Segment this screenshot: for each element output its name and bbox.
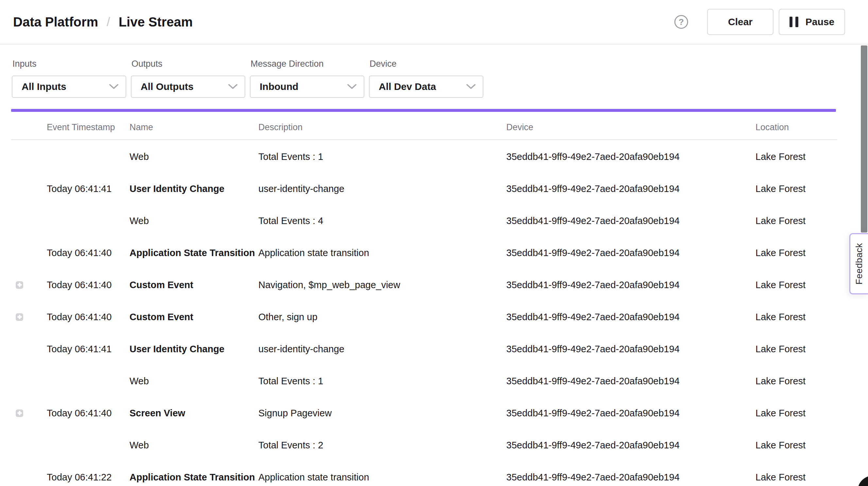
chat-widget-bubble[interactable] — [858, 476, 868, 486]
event-description-cell: Total Events : 4 — [258, 215, 506, 226]
filter-device-label: Device — [370, 59, 484, 69]
pause-icon — [789, 17, 798, 27]
column-header-name: Name — [129, 122, 258, 132]
device-select[interactable]: All Dev Data — [369, 75, 484, 98]
event-description-cell: user-identity-change — [258, 344, 506, 355]
table-row[interactable]: Web Total Events : 2 35eddb41-9ff9-49e2-… — [11, 429, 837, 461]
header-actions: ? Clear Pause — [674, 9, 845, 35]
event-location-cell: Lake Forest — [755, 312, 837, 323]
page-header: Data Platform / Live Stream ? Clear Paus… — [0, 0, 868, 44]
table-row[interactable]: Today 06:41:40 Screen View Signup Pagevi… — [11, 397, 837, 429]
column-header-description: Description — [258, 122, 506, 132]
breadcrumb-page: Live Stream — [119, 15, 193, 29]
event-device-cell: 35eddb41-9ff9-49e2-7aed-20afa90eb194 — [506, 376, 755, 387]
event-location-cell: Lake Forest — [755, 151, 837, 162]
breadcrumb-separator: / — [106, 15, 110, 29]
table-row[interactable]: Today 06:41:41 User Identity Change user… — [11, 333, 837, 365]
table-row[interactable]: Today 06:41:40 Custom Event Navigation, … — [11, 269, 837, 301]
filter-inputs-label: Inputs — [12, 59, 126, 69]
event-description-cell: Other, sign up — [258, 312, 506, 323]
filter-outputs-label: Outputs — [131, 59, 245, 69]
inputs-select-value: All Inputs — [22, 81, 66, 92]
expand-row-button[interactable] — [16, 313, 23, 321]
column-header-location: Location — [755, 122, 837, 132]
event-location-cell: Lake Forest — [755, 472, 837, 483]
table-row[interactable]: Web Total Events : 1 35eddb41-9ff9-49e2-… — [11, 365, 837, 397]
pause-button[interactable]: Pause — [779, 9, 845, 35]
event-name-cell: Custom Event — [129, 280, 258, 291]
clear-button[interactable]: Clear — [707, 9, 773, 35]
table-header-row: Event Timestamp Name Description Device … — [11, 112, 837, 140]
event-device-cell: 35eddb41-9ff9-49e2-7aed-20afa90eb194 — [506, 280, 755, 291]
event-timestamp-cell: Today 06:41:40 — [47, 408, 129, 419]
pause-button-label: Pause — [806, 17, 834, 28]
expand-row-button[interactable] — [16, 409, 23, 417]
event-device-cell: 35eddb41-9ff9-49e2-7aed-20afa90eb194 — [506, 440, 755, 451]
event-device-cell: 35eddb41-9ff9-49e2-7aed-20afa90eb194 — [506, 312, 755, 323]
event-timestamp-cell: Today 06:41:40 — [47, 248, 129, 259]
event-description-cell: Total Events : 2 — [258, 440, 506, 451]
event-description-cell: Application state transition — [258, 248, 506, 259]
event-device-cell: 35eddb41-9ff9-49e2-7aed-20afa90eb194 — [506, 472, 755, 483]
event-device-cell: 35eddb41-9ff9-49e2-7aed-20afa90eb194 — [506, 151, 755, 162]
event-name-cell: Screen View — [129, 408, 258, 419]
device-select-value: All Dev Data — [379, 81, 436, 92]
filter-message-direction: Message Direction Inbound — [250, 59, 364, 98]
scrollbar-thumb[interactable] — [861, 45, 867, 233]
event-location-cell: Lake Forest — [755, 248, 837, 259]
event-device-cell: 35eddb41-9ff9-49e2-7aed-20afa90eb194 — [506, 215, 755, 226]
live-stream-active-bar — [11, 109, 836, 112]
table-body: Web Total Events : 1 35eddb41-9ff9-49e2-… — [11, 140, 837, 486]
filter-device: Device All Dev Data — [369, 59, 484, 98]
event-device-cell: 35eddb41-9ff9-49e2-7aed-20afa90eb194 — [506, 344, 755, 355]
table-row[interactable]: Today 06:41:41 User Identity Change user… — [11, 173, 837, 205]
table-row[interactable]: Web Total Events : 1 35eddb41-9ff9-49e2-… — [11, 141, 837, 173]
event-name-cell: Application State Transition — [129, 472, 258, 483]
event-location-cell: Lake Forest — [755, 344, 837, 355]
event-name-cell: Web — [129, 151, 258, 162]
filter-message-direction-label: Message Direction — [250, 59, 364, 69]
table-row[interactable]: Today 06:41:40 Custom Event Other, sign … — [11, 301, 837, 333]
table-row[interactable]: Today 06:41:40 Application State Transit… — [11, 237, 837, 269]
chevron-down-icon — [228, 84, 238, 90]
event-location-cell: Lake Forest — [755, 408, 837, 419]
event-name-cell: Web — [129, 215, 258, 226]
table-row[interactable]: Today 06:41:22 Application State Transit… — [11, 461, 837, 486]
event-timestamp-cell: Today 06:41:22 — [47, 472, 129, 483]
outputs-select[interactable]: All Outputs — [131, 75, 245, 98]
events-table: Event Timestamp Name Description Device … — [11, 112, 837, 486]
chevron-down-icon — [466, 84, 475, 90]
event-description-cell: Total Events : 1 — [258, 376, 506, 387]
event-timestamp-cell: Today 06:41:40 — [47, 280, 129, 291]
event-description-cell: Total Events : 1 — [258, 151, 506, 162]
event-name-cell: Custom Event — [129, 312, 258, 323]
event-location-cell: Lake Forest — [755, 183, 837, 194]
event-description-cell: Signup Pageview — [258, 408, 506, 419]
chevron-down-icon — [109, 84, 118, 90]
table-row[interactable]: Web Total Events : 4 35eddb41-9ff9-49e2-… — [11, 205, 837, 237]
filter-outputs: Outputs All Outputs — [131, 59, 245, 98]
event-device-cell: 35eddb41-9ff9-49e2-7aed-20afa90eb194 — [506, 248, 755, 259]
feedback-tab[interactable]: Feedback — [849, 233, 868, 294]
filters-bar: Inputs All Inputs Outputs All Outputs Me… — [12, 59, 868, 98]
breadcrumb-section[interactable]: Data Platform — [13, 15, 98, 29]
event-timestamp-cell: Today 06:41:40 — [47, 312, 129, 323]
column-header-event-timestamp: Event Timestamp — [47, 122, 129, 132]
outputs-select-value: All Outputs — [141, 81, 194, 92]
message-direction-select-value: Inbound — [260, 81, 298, 92]
breadcrumb: Data Platform / Live Stream — [13, 15, 193, 29]
chevron-down-icon — [347, 84, 356, 90]
inputs-select[interactable]: All Inputs — [12, 75, 126, 98]
message-direction-select[interactable]: Inbound — [250, 75, 364, 98]
event-name-cell: User Identity Change — [129, 183, 258, 194]
event-location-cell: Lake Forest — [755, 376, 837, 387]
event-timestamp-cell: Today 06:41:41 — [47, 183, 129, 194]
event-description-cell: Navigation, $mp_web_page_view — [258, 280, 506, 291]
help-icon[interactable]: ? — [674, 15, 688, 29]
filter-inputs: Inputs All Inputs — [12, 59, 126, 98]
event-name-cell: User Identity Change — [129, 344, 258, 355]
expand-row-button[interactable] — [16, 281, 23, 289]
column-header-device: Device — [506, 122, 755, 132]
event-name-cell: Web — [129, 440, 258, 451]
event-description-cell: user-identity-change — [258, 183, 506, 194]
